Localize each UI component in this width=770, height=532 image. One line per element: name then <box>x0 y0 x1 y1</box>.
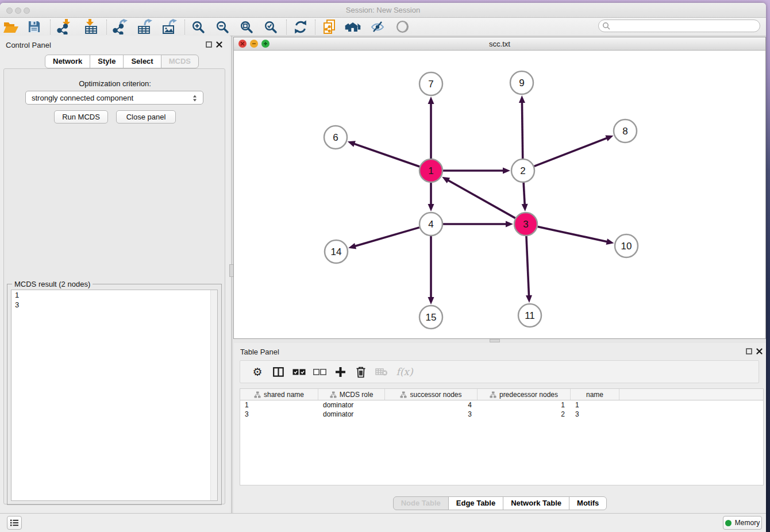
graph-edge-4-15[interactable] <box>428 236 434 304</box>
refresh-view-icon[interactable] <box>292 19 309 35</box>
show-columns-icon[interactable] <box>268 363 288 380</box>
cell-mcds-role[interactable]: dominator <box>318 400 385 410</box>
cell-shared-name[interactable]: 3 <box>240 410 318 419</box>
graph-node-9[interactable]: 9 <box>510 71 533 94</box>
tab-network[interactable]: Network <box>45 55 90 68</box>
control-panel-tabs: Network Style Select MCDS <box>45 55 199 68</box>
tab-node-table[interactable]: Node Table <box>393 496 449 510</box>
cell-mcds-role[interactable]: dominator <box>318 410 385 419</box>
graph-node-label: 10 <box>621 241 632 252</box>
graph-edge-3-1[interactable] <box>442 177 515 218</box>
tab-style[interactable]: Style <box>90 55 124 68</box>
graph-node-14[interactable]: 14 <box>325 240 348 263</box>
graph-node-7[interactable]: 7 <box>419 72 442 95</box>
float-panel-icon[interactable] <box>205 41 213 48</box>
cell-shared-name[interactable]: 1 <box>240 400 318 410</box>
graph-edge-2-8[interactable] <box>534 136 614 167</box>
cell-predecessor-nodes[interactable]: 2 <box>478 410 571 419</box>
graph-node-15[interactable]: 15 <box>419 306 442 329</box>
tab-mcds[interactable]: MCDS <box>161 55 199 68</box>
zoom-fit-icon[interactable] <box>238 19 255 35</box>
graph-edge-3-11[interactable] <box>526 236 532 303</box>
show-all-networks-icon[interactable] <box>344 19 361 35</box>
column-header-successor-nodes[interactable]: successor nodes <box>385 389 478 400</box>
add-column-icon[interactable] <box>330 363 351 380</box>
zoom-out-icon[interactable] <box>214 19 231 35</box>
zoom-selected-icon[interactable] <box>262 19 279 35</box>
column-header-name[interactable]: name <box>571 389 619 400</box>
graph-node-11[interactable]: 11 <box>518 304 541 327</box>
run-mcds-button[interactable]: Run MCDS <box>54 110 108 124</box>
network-canvas[interactable]: 7968124314101511 <box>234 51 765 338</box>
close-panel-button[interactable]: Close panel <box>116 110 176 124</box>
tab-motifs[interactable]: Motifs <box>569 496 607 510</box>
search-input[interactable] <box>610 21 760 31</box>
graph-edge-2-3[interactable] <box>522 183 528 211</box>
graph-node-10[interactable]: 10 <box>615 234 638 257</box>
table-panel-title: Table Panel <box>240 348 279 356</box>
graph-edge-2-9[interactable] <box>519 95 525 159</box>
tab-network-table[interactable]: Network Table <box>503 496 569 510</box>
cell-predecessor-nodes[interactable]: 1 <box>478 400 571 410</box>
import-network-icon[interactable] <box>56 19 73 35</box>
graph-edge-3-10[interactable] <box>538 226 614 244</box>
horizontal-splitter-grip[interactable] <box>490 339 500 342</box>
cell-successor-nodes[interactable]: 4 <box>385 400 478 410</box>
copy-network-view-icon[interactable] <box>321 19 338 35</box>
graph-node-3[interactable]: 3 <box>514 213 537 236</box>
tab-edge-table[interactable]: Edge Table <box>448 496 503 510</box>
search-field[interactable] <box>598 20 760 32</box>
deselect-all-icon[interactable] <box>309 363 330 380</box>
memory-button[interactable]: Memory <box>723 516 762 530</box>
export-image-icon[interactable] <box>161 19 178 35</box>
save-session-icon[interactable] <box>25 19 43 35</box>
task-history-button[interactable] <box>7 516 22 530</box>
toolbar-separator <box>50 20 51 34</box>
window-titlebar: Session: New Session <box>0 3 766 18</box>
column-header-shared-name[interactable]: shared name <box>240 389 318 400</box>
node-table: shared name MCDS role successor nodes pr… <box>240 388 764 485</box>
settings-gear-icon[interactable]: ⚙ <box>247 363 268 380</box>
graph-edge-1-2[interactable] <box>443 168 510 174</box>
close-panel-icon[interactable] <box>215 41 223 48</box>
close-table-panel-icon[interactable] <box>756 348 763 355</box>
graph-node-6[interactable]: 6 <box>324 126 347 149</box>
column-header-mcds-role[interactable]: MCDS role <box>318 389 385 400</box>
app-window: Session: New Session <box>0 3 766 532</box>
import-table-icon[interactable] <box>82 19 99 35</box>
tab-select[interactable]: Select <box>123 55 161 68</box>
scrollbar-track[interactable] <box>210 290 217 500</box>
cell-name[interactable]: 3 <box>571 410 619 419</box>
memory-label: Memory <box>735 519 760 527</box>
graph-node-1[interactable]: 1 <box>419 159 442 182</box>
table-row[interactable]: 3 dominator 3 2 3 <box>240 410 763 419</box>
cell-name[interactable]: 1 <box>571 400 619 410</box>
select-all-icon[interactable] <box>288 363 309 380</box>
table-row[interactable]: 1 dominator 4 1 1 <box>240 400 763 410</box>
zoom-in-icon[interactable] <box>190 19 207 35</box>
export-network-icon[interactable] <box>111 19 129 35</box>
graph-edge-4-14[interactable] <box>348 228 419 249</box>
delete-table-icon-disabled <box>371 363 392 380</box>
show-panels-icon[interactable] <box>394 19 411 35</box>
graph-node-8[interactable]: 8 <box>614 119 637 142</box>
toolbar-separator <box>315 20 315 34</box>
cell-successor-nodes[interactable]: 3 <box>385 410 478 419</box>
graph-node-2[interactable]: 2 <box>511 159 534 182</box>
graph-edge-1-7[interactable] <box>428 97 434 159</box>
memory-status-icon <box>725 520 732 526</box>
graph-edge-1-4[interactable] <box>428 183 434 211</box>
export-table-icon[interactable] <box>136 19 153 35</box>
graph-edge-4-3[interactable] <box>443 221 513 228</box>
open-session-icon[interactable] <box>2 19 20 35</box>
mcds-result-item: 3 <box>11 300 217 310</box>
optimization-criterion-select[interactable]: strongly connected component <box>25 91 203 105</box>
graph-node-label: 8 <box>622 126 627 137</box>
graph-edge-1-6[interactable] <box>348 141 419 167</box>
column-header-predecessor-nodes[interactable]: predecessor nodes <box>478 389 571 400</box>
graph-node-4[interactable]: 4 <box>419 213 442 236</box>
float-table-panel-icon[interactable] <box>745 348 753 355</box>
delete-column-icon[interactable] <box>351 363 371 380</box>
graph-node-label: 4 <box>428 219 433 230</box>
hide-panels-icon[interactable] <box>369 19 386 35</box>
